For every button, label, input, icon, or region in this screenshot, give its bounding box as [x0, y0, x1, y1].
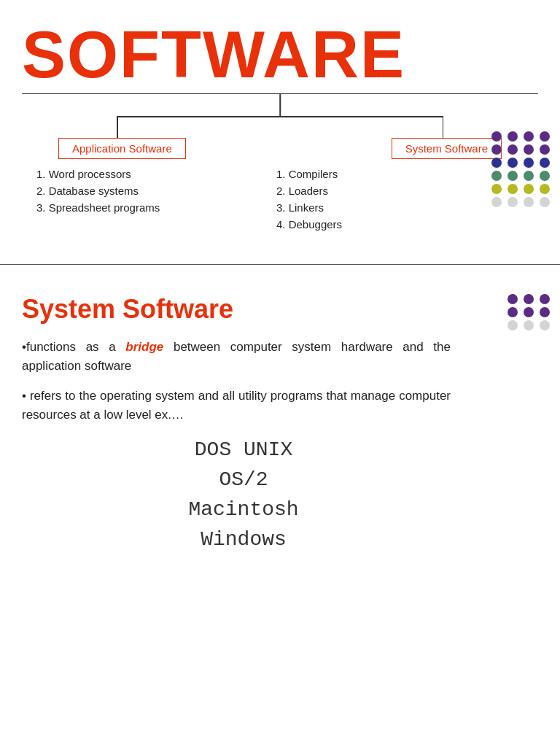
decorative-dot — [508, 184, 518, 194]
boxes-row: Application Software System Software — [15, 138, 545, 159]
decorative-dot — [508, 144, 518, 155]
decorative-dot — [540, 184, 550, 194]
dots-bottom — [508, 294, 553, 330]
bullet1-mid: a — [99, 340, 126, 354]
tree-vertical-main — [279, 94, 281, 116]
decorative-dot — [491, 171, 502, 181]
decorative-dot — [540, 171, 550, 181]
sys-item-2: 2. Loaders — [276, 185, 502, 197]
decorative-dot — [540, 144, 550, 155]
decorative-dot — [508, 131, 518, 142]
decorative-dot — [524, 197, 534, 207]
bullet1-bridge: bridge — [125, 340, 163, 354]
os-item-2: OS/2 — [22, 468, 465, 491]
decorative-dot — [491, 131, 502, 142]
content-columns: 1. Word processors 2. Database systems 3… — [15, 159, 545, 249]
decorative-dot — [524, 144, 534, 155]
os-list: DOS UNIX OS/2 Macintosh Windows — [22, 438, 538, 551]
system-software-list: 1. Compilers 2. Loaders 3. Linkers 4. De… — [276, 168, 502, 235]
system-software-title: System Software — [22, 294, 538, 325]
bullet1-pre: •functions — [22, 340, 86, 354]
decorative-dot — [540, 131, 550, 142]
decorative-dot — [524, 184, 534, 194]
decorative-dot — [540, 307, 550, 317]
decorative-dot — [524, 294, 534, 304]
app-item-1: 1. Word processors — [36, 168, 262, 180]
decorative-dot — [540, 197, 550, 207]
section-divider — [0, 264, 560, 265]
sys-item-4: 4. Debuggers — [276, 218, 502, 231]
main-title: SOFTWARE — [22, 22, 545, 88]
os-item-4: Windows — [22, 528, 465, 551]
decorative-dot — [491, 144, 502, 155]
decorative-dot — [524, 307, 534, 317]
app-software-list: 1. Word processors 2. Database systems 3… — [36, 168, 262, 235]
tree-horizontal — [117, 116, 443, 117]
decorative-dot — [508, 158, 518, 168]
tree-right-branch — [443, 116, 444, 138]
tree-diagram — [15, 94, 545, 138]
sys-item-3: 3. Linkers — [276, 201, 502, 214]
bullet-1: •functions as a bridge between computer … — [22, 338, 538, 375]
decorative-dot — [508, 294, 518, 304]
decorative-dot — [540, 158, 550, 168]
decorative-dot — [491, 158, 502, 168]
bullet-2: • refers to the operating system and all… — [22, 387, 538, 424]
decorative-dot — [491, 197, 502, 207]
app-item-2: 2. Database systems — [36, 185, 262, 197]
decorative-dot — [524, 320, 534, 330]
bullet1-as: as — [86, 340, 99, 354]
os-item-1: DOS UNIX — [22, 438, 465, 461]
decorative-dot — [508, 320, 518, 330]
app-software-box: Application Software — [58, 138, 186, 159]
decorative-dot — [524, 131, 534, 142]
decorative-dot — [540, 320, 550, 330]
sys-item-1: 1. Compilers — [276, 168, 502, 180]
decorative-dot — [508, 307, 518, 317]
decorative-dot — [508, 197, 518, 207]
app-item-3: 3. Spreadsheet programs — [36, 201, 262, 214]
decorative-dot — [540, 294, 550, 304]
system-software-box: System Software — [392, 138, 502, 159]
decorative-dot — [524, 171, 534, 181]
decorative-dot — [508, 171, 518, 181]
decorative-dot — [524, 158, 534, 168]
decorative-dot — [491, 184, 502, 194]
os-item-3: Macintosh — [22, 498, 465, 521]
top-section: SOFTWARE Application Software System Sof… — [0, 0, 560, 257]
dots-top — [491, 131, 553, 207]
tree-left-branch — [117, 116, 118, 138]
bottom-section: System Software •functions as a bridge b… — [0, 272, 560, 573]
